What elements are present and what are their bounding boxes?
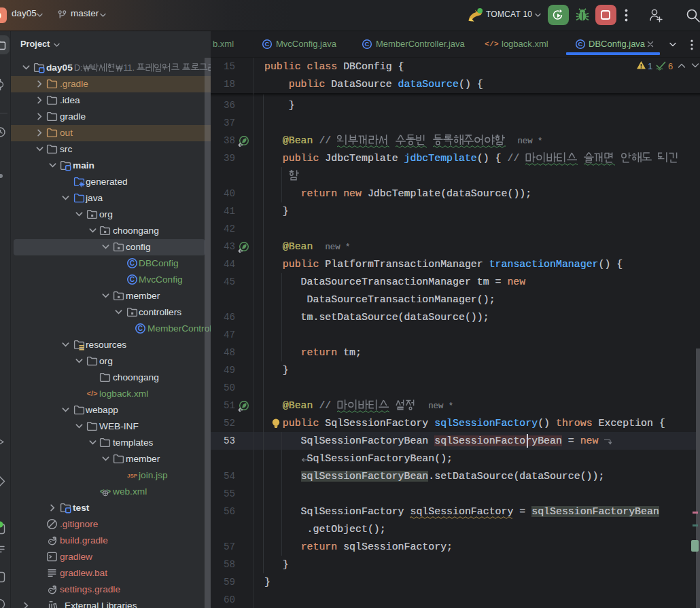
svg-text:C: C (130, 260, 135, 267)
svg-text:</>: </> (86, 389, 98, 397)
svg-text:C: C (578, 40, 583, 48)
svg-text:C: C (130, 276, 135, 283)
svg-text:JSP: JSP (127, 473, 138, 479)
svg-text:C: C (265, 40, 270, 48)
svg-text:C: C (365, 40, 370, 48)
svg-text:C: C (138, 325, 143, 332)
